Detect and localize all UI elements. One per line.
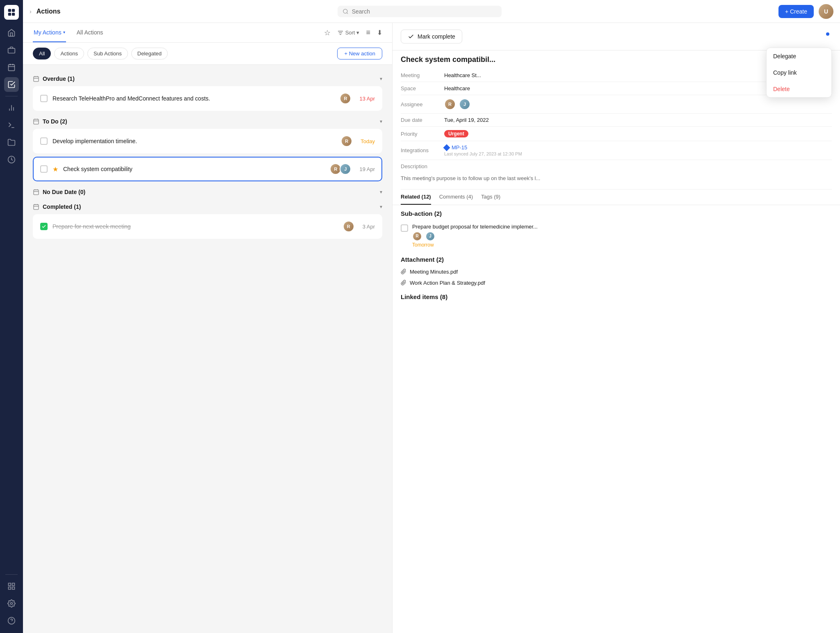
task-card-t3[interactable]: ★ Check system compatibility R J 19 Apr: [33, 157, 382, 181]
sub-action-checkbox-1[interactable]: [401, 224, 408, 232]
group-header-overdue[interactable]: Overdue (1) ▾: [33, 71, 382, 86]
svg-point-18: [11, 603, 13, 605]
field-meeting-value: Healthcare St...: [444, 72, 481, 78]
task-date-t3: 19 Apr: [359, 166, 375, 172]
task-card-t2[interactable]: Develop implementation timeline. R Today: [33, 129, 382, 153]
completed-chevron: ▾: [380, 204, 382, 210]
integration-diamond-icon: [443, 144, 450, 151]
overdue-chevron: ▾: [380, 76, 382, 82]
search-input[interactable]: [352, 8, 497, 15]
attachment-item-2[interactable]: Work Action Plan & Strategy.pdf: [401, 277, 832, 288]
sub-action-title: Sub-action (2): [401, 205, 832, 220]
filter-actions-button[interactable]: Actions: [54, 48, 84, 59]
filter-icon[interactable]: ≡: [366, 28, 370, 37]
tab-all-actions[interactable]: All Actions: [76, 23, 104, 42]
detail-tabs: Related (12) Comments (4) Tags (9): [393, 190, 840, 205]
sort-button[interactable]: Sort ▾: [337, 30, 360, 36]
filter-delegated-button[interactable]: Delegated: [131, 48, 168, 59]
field-assignee-label: Assignee: [401, 101, 438, 107]
download-icon[interactable]: ⬇: [377, 29, 382, 37]
grid-nav-icon[interactable]: [4, 579, 19, 594]
home-nav-icon[interactable]: [4, 25, 19, 40]
folder-nav-icon[interactable]: [4, 135, 19, 150]
loading-spinner: [824, 32, 832, 41]
my-actions-chevron: ▾: [63, 30, 65, 34]
sub-action-date-1: Tomorrow: [412, 242, 538, 248]
field-priority: Priority Urgent: [401, 127, 832, 141]
task-card-t4[interactable]: Prepare for next week meeting R 3 Apr: [33, 214, 382, 239]
attachment-filename-2: Work Action Plan & Strategy.pdf: [410, 280, 485, 286]
svg-rect-15: [12, 583, 15, 586]
create-button[interactable]: + Create: [778, 5, 814, 18]
field-space-label: Space: [401, 85, 438, 91]
sidebar-divider-2: [5, 574, 18, 575]
task-title-t2: Develop implementation timeline.: [52, 138, 336, 144]
task-date-t1: 13 Apr: [359, 96, 375, 102]
task-star-t3: ★: [52, 165, 58, 173]
filter-sub-actions-button[interactable]: Sub Actions: [87, 48, 128, 59]
filter-all-button[interactable]: All: [33, 48, 51, 59]
svg-rect-30: [34, 119, 39, 124]
field-description: Description This meeting's purpose is to…: [401, 160, 832, 190]
tool-nav-icon[interactable]: [4, 118, 19, 133]
sub-action-text-1: Prepare budget proposal for telemedicine…: [412, 224, 538, 230]
field-assignee: Assignee R J: [401, 95, 832, 114]
breadcrumb-chevron[interactable]: ›: [30, 8, 32, 15]
integration-value: MP-15 Last synced July 27, 2023 at 12:30…: [444, 144, 522, 156]
mark-complete-button[interactable]: Mark complete: [401, 30, 462, 43]
svg-rect-26: [34, 77, 39, 82]
dropdown-delete[interactable]: Delete: [767, 81, 831, 97]
dropdown-copy-link[interactable]: Copy link: [767, 64, 831, 81]
task-checkbox-t2[interactable]: [40, 137, 48, 145]
task-title-t4: Prepare for next week meeting: [52, 223, 338, 230]
field-integrations-label: Integrations: [401, 147, 438, 153]
task-checkbox-t1[interactable]: [40, 95, 48, 102]
dropdown-delegate[interactable]: Delegate: [767, 48, 831, 64]
assignee-avatars: R J: [444, 98, 470, 110]
svg-rect-3: [12, 13, 15, 16]
group-todo-label: To Do (2): [43, 118, 67, 125]
svg-rect-4: [8, 48, 15, 53]
group-header-completed[interactable]: Completed (1) ▾: [33, 199, 382, 214]
assignee-avatar-2: J: [459, 98, 470, 110]
task-title-t1: Research TeleHealthPro and MedConnect fe…: [52, 95, 335, 102]
svg-rect-14: [9, 583, 11, 586]
tab-my-actions[interactable]: My Actions ▾: [33, 23, 66, 42]
field-space-value: Healthcare: [444, 85, 470, 91]
field-priority-label: Priority: [401, 131, 438, 137]
actions-nav-icon[interactable]: [4, 77, 19, 92]
task-checkbox-t4[interactable]: [40, 223, 48, 230]
settings-nav-icon[interactable]: [4, 596, 19, 611]
detail-tab-comments[interactable]: Comments (4): [439, 190, 473, 205]
attachment-item-1[interactable]: Meeting Minutes.pdf: [401, 266, 832, 277]
calendar-nav-icon[interactable]: [4, 60, 19, 75]
chart-nav-icon[interactable]: [4, 101, 19, 115]
sidebar-logo: [4, 5, 19, 20]
detail-tab-related[interactable]: Related (12): [401, 190, 431, 205]
task-avatar: R: [343, 221, 354, 232]
field-due-date-label: Due date: [401, 117, 438, 123]
sub-action-avatars-1: R J: [412, 231, 538, 241]
svg-rect-5: [9, 64, 15, 71]
task-card-t1[interactable]: Research TeleHealthPro and MedConnect fe…: [33, 86, 382, 111]
user-avatar[interactable]: U: [819, 4, 833, 19]
left-panel: My Actions ▾ All Actions ☆ Sort ▾ ≡ ⬇: [23, 23, 392, 633]
new-action-button[interactable]: + New action: [337, 48, 382, 59]
right-panel: Mark complete Delegate Copy link Delete …: [392, 23, 840, 633]
detail-tab-tags[interactable]: Tags (9): [481, 190, 500, 205]
field-due-date-value: Tue, April 19, 2022: [444, 117, 489, 123]
priority-badge: Urgent: [444, 130, 468, 137]
briefcase-nav-icon[interactable]: [4, 43, 19, 57]
star-icon[interactable]: ☆: [324, 28, 331, 37]
sub-action-item-1: Prepare budget proposal for telemedicine…: [401, 220, 832, 251]
group-header-todo[interactable]: To Do (2) ▾: [33, 114, 382, 129]
clock-nav-icon[interactable]: [4, 152, 19, 167]
field-due-date: Due date Tue, April 19, 2022: [401, 114, 832, 127]
group-overdue-label: Overdue (1): [43, 75, 75, 82]
group-header-no-due-date[interactable]: No Due Date (0) ▾: [33, 185, 382, 199]
task-checkbox-t3[interactable]: [40, 165, 48, 173]
detail-fields: Meeting Healthcare St... Space Healthcar…: [393, 64, 840, 633]
help-nav-icon[interactable]: [4, 613, 19, 628]
description-text: This meeting's purpose is to follow up o…: [401, 171, 540, 186]
integration-link[interactable]: MP-15: [444, 144, 522, 151]
